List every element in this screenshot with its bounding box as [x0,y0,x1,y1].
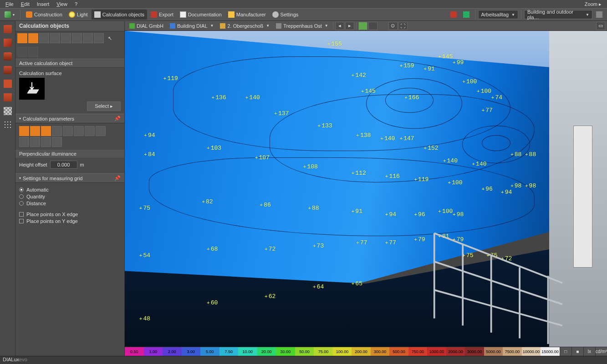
tab-calculation-objects[interactable]: Calculation objects [92,10,147,20]
menu-view[interactable]: View [53,1,71,7]
shape-tool-4[interactable] [50,33,60,43]
illuminance-value: 119 [163,75,178,82]
scale-stop: 7.50 [219,347,239,356]
view-mode-3d[interactable] [358,22,367,30]
illuminance-value: 140 [245,94,260,101]
tab-construction[interactable]: Construction [23,10,65,20]
pin-icon-2[interactable]: 📌 [114,175,121,181]
shape-tool-1[interactable] [17,33,27,43]
param-tool-3[interactable] [41,126,51,136]
menubar: File Edit Insert View ? Zoom ▸ [0,0,607,8]
view-extents[interactable]: ⛶ [398,22,408,30]
illuminance-value: 60 [207,299,218,306]
scale-stop: 5.00 [200,347,219,356]
illuminance-value: 145 [361,88,376,95]
scale-stop: 1000.00 [427,347,446,356]
scale-toggle-1[interactable]: ■ [571,347,583,356]
check-y-edge[interactable]: Place points on Y edge [19,218,121,224]
illuminance-value: 74 [491,94,502,101]
param-tool-6[interactable] [74,126,84,136]
layout-button[interactable] [593,10,605,20]
view-mode-plan[interactable] [368,22,377,30]
param-tool-12[interactable] [52,137,62,147]
scale-stop: 2000.00 [446,347,465,356]
vbtn-grid[interactable] [1,118,14,131]
close-button[interactable] [448,10,459,20]
pin-icon[interactable]: 📌 [114,116,121,121]
tab-settings[interactable]: Settings [270,10,301,20]
tab-export[interactable]: Export [148,10,176,20]
param-tool-4[interactable] [52,126,62,136]
param-tool-5[interactable] [63,126,73,136]
menu-insert[interactable]: Insert [33,1,53,7]
breadcrumb: DIAL GmbH Building DIAL▼ 2. Obergeschoß▼… [125,21,607,31]
param-tool-10[interactable] [30,137,40,147]
illuminance-value: 140 [472,161,486,167]
select-button[interactable]: Select ▸ [87,101,121,111]
menu-help[interactable]: ? [71,1,81,7]
view-maximize[interactable]: ▭ [596,22,605,30]
view-nav-next[interactable]: ▸ [345,22,354,30]
shape-tool-8[interactable] [94,33,104,43]
param-tool-9[interactable] [19,137,29,147]
vbtn-measure[interactable] [1,91,14,104]
tab-manufacturer[interactable]: Manufacturer [225,10,269,20]
save-button[interactable]: ▾ [2,10,17,20]
param-tool-1[interactable] [19,126,29,136]
illuminance-value: 73 [313,243,324,249]
crumb-storey[interactable]: 2. Obergeschoß▼ [217,22,272,30]
scale-stop: 300.00 [371,347,390,356]
panel-title: Calculation objects [15,21,124,31]
shape-tool-6[interactable] [72,33,82,43]
unit-lx[interactable]: lx [583,347,595,356]
param-tool-7[interactable] [85,126,95,136]
active-object-label: Calculation surface [19,71,121,76]
shape-tool-2[interactable] [28,33,38,43]
flag-button[interactable] [460,10,472,20]
view-center[interactable]: ⊙ [388,22,398,30]
param-tool-8[interactable] [96,126,106,136]
calc-params-header[interactable]: ▾Calculation parameters📌 [15,114,124,123]
vbtn-furniture[interactable] [1,50,14,63]
illuminance-value: 94 [385,211,396,218]
view-nav-prev[interactable]: ◂ [335,22,344,30]
shape-tool-7[interactable] [83,33,93,43]
render-canvas[interactable]: 1191551361401371331421451381401471661521… [125,31,607,347]
radio-automatic[interactable]: Automatic [19,187,121,192]
crumb-building[interactable]: Building DIAL▼ [167,22,217,30]
shape-tool-9[interactable] [17,47,27,57]
vbtn-project[interactable] [1,23,14,35]
tab-light[interactable]: Light [66,10,91,20]
param-tool-2[interactable] [30,126,40,136]
scene-combo[interactable]: Arbeitsalltag▼ [478,10,518,19]
check-x-edge[interactable]: Place points on X edge [19,212,121,217]
vbtn-building[interactable] [1,36,14,49]
pointer-tool[interactable]: ↖ [105,33,115,43]
radio-quantity[interactable]: Quantity [19,194,121,199]
illuminance-value: 103 [207,145,221,152]
vbtn-storey[interactable] [1,64,14,76]
zoom-label[interactable]: Zoom ▸ [581,1,605,8]
vbtn-text[interactable] [1,77,14,90]
illuminance-value: 88 [510,151,521,158]
crumb-room[interactable]: Treppenhaus Ost▼ [273,22,331,30]
unit-cd/m²[interactable]: cd/m² [595,347,607,356]
tab-documentation[interactable]: Documentation [177,10,224,20]
shape-tool-5[interactable] [61,33,71,43]
shape-tool-3[interactable] [39,33,49,43]
illuminance-value: 155 [327,40,342,47]
menu-edit[interactable]: Edit [17,1,33,7]
crumb-project[interactable]: DIAL GmbH [127,22,166,30]
scale-toggle-0[interactable]: □ [560,347,571,356]
radio-distance[interactable]: Distance [19,201,121,206]
plan-combo[interactable]: Building and outdoor pla…▼ [524,10,592,19]
shape-tool-10[interactable] [28,47,38,57]
vbtn-materials[interactable] [1,105,14,117]
illuminance-value: 88 [525,151,536,158]
mode-strip [0,21,15,356]
measuring-grid-header[interactable]: ▾Settings for measuring grid📌 [15,173,124,183]
param-tool-11[interactable] [41,137,51,147]
menu-file[interactable]: File [2,1,17,7]
height-offset-input[interactable] [50,161,77,169]
scale-stop: 0.50 [125,347,144,356]
